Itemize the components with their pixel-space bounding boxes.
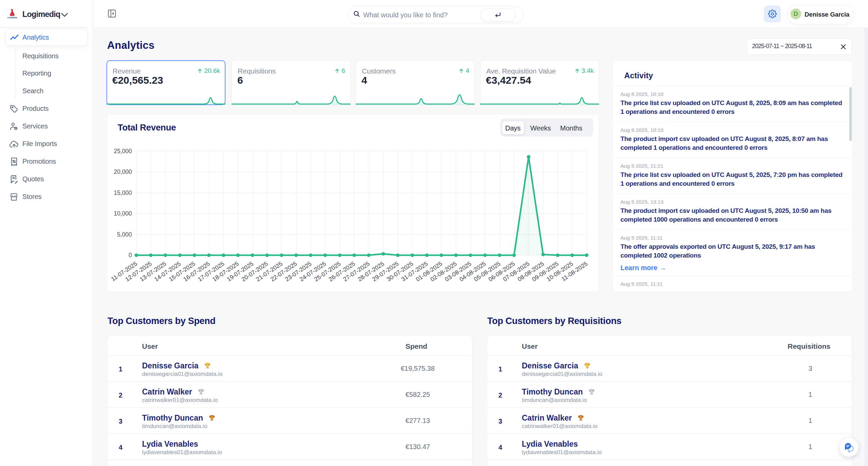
svg-text:10,000: 10,000 — [114, 210, 132, 217]
svg-text:25,000: 25,000 — [114, 148, 132, 155]
svg-text:5,000: 5,000 — [117, 231, 132, 238]
svg-text:0: 0 — [129, 252, 132, 259]
svg-text:15,000: 15,000 — [114, 189, 132, 196]
svg-text:20,000: 20,000 — [114, 168, 132, 175]
svg-text:LOGIMEDIQ: LOGIMEDIQ — [7, 17, 17, 19]
